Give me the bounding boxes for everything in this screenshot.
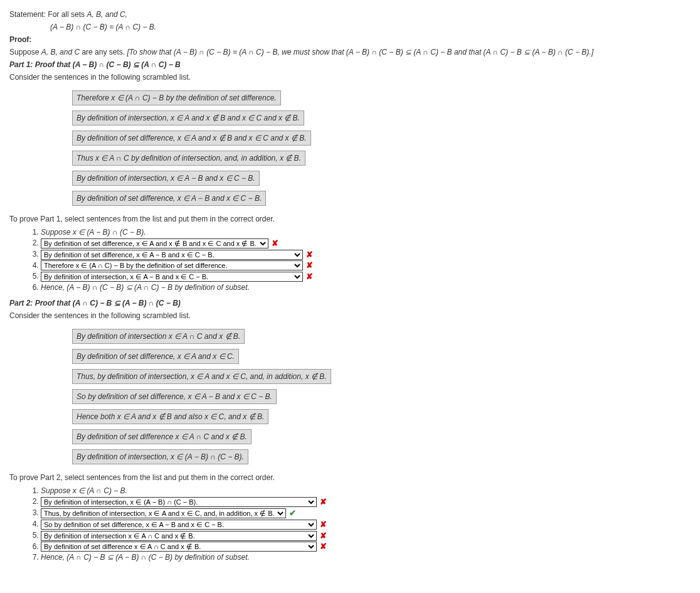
part2-box-3: Thus, by definition of intersection, x ∈… bbox=[72, 369, 331, 384]
part2-heading: Part 2: Proof that (A ∩ C) − B ⊆ (A − B)… bbox=[9, 299, 691, 307]
part2-box-6: By definition of set difference x ∈ A ∩ … bbox=[72, 429, 252, 444]
part1-step-6: Hence, (A − B) ∩ (C − B) ⊆ (A ∩ C) − B b… bbox=[41, 282, 691, 292]
part1-box-3: By definition of set difference, x ∈ A a… bbox=[72, 131, 311, 146]
statement-line: Statement: For all sets A, B, and C, bbox=[9, 10, 691, 19]
part2-select-6[interactable]: By definition of set difference x ∈ A ∩ … bbox=[41, 542, 317, 552]
part1-ordered-list: Suppose x ∈ (A − B) ∩ (C − B). By defini… bbox=[28, 227, 691, 292]
part1-step-2: By definition of set difference, x ∈ A a… bbox=[41, 238, 691, 248]
proof-label: Proof: bbox=[9, 35, 691, 44]
part1-scrambled-list: Therefore x ∈ (A ∩ C) − B by the definit… bbox=[72, 88, 691, 208]
part1-box-4: Thus x ∈ A ∩ C by definition of intersec… bbox=[72, 151, 305, 166]
wrong-icon: ✘ bbox=[320, 520, 327, 530]
part1-box-2: By definition of intersection, x ∈ A and… bbox=[72, 110, 304, 126]
suppose-prefix: Suppose bbox=[9, 48, 41, 56]
wrong-icon: ✘ bbox=[306, 272, 313, 282]
part2-step-5: By definition of intersection x ∈ A ∩ C … bbox=[41, 530, 691, 541]
part1-select-3[interactable]: By definition of set difference, x ∈ A −… bbox=[41, 250, 303, 260]
part1-step-3: By definition of set difference, x ∈ A −… bbox=[41, 249, 691, 260]
part2-box-4: So by definition of set difference, x ∈ … bbox=[72, 389, 277, 404]
part2-scrambled-list: By definition of intersection x ∈ A ∩ C … bbox=[72, 326, 691, 467]
part2-step-3: Thus, by definition of intersection, x ∈… bbox=[41, 508, 691, 518]
suppose-suffix: are any sets. bbox=[80, 48, 127, 56]
part2-step-7: Hence, (A ∩ C) − B ⊆ (A − B) ∩ (C − B) b… bbox=[41, 552, 691, 562]
part2-box-7: By definition of intersection, x ∈ (A − … bbox=[72, 449, 248, 464]
part1-box-1: Therefore x ∈ (A ∩ C) − B by the definit… bbox=[72, 90, 281, 105]
part1-step1-text: Suppose x ∈ (A − B) ∩ (C − B). bbox=[41, 228, 146, 237]
wrong-icon: ✘ bbox=[320, 497, 327, 507]
correct-icon: ✔ bbox=[289, 508, 296, 518]
part1-step-1: Suppose x ∈ (A − B) ∩ (C − B). bbox=[41, 227, 691, 237]
part2-box-5: Hence both x ∈ A and x ∉ B and also x ∈ … bbox=[72, 409, 268, 424]
statement-equation: (A − B) ∩ (C − B) = (A ∩ C) − B. bbox=[50, 23, 691, 31]
wrong-icon: ✘ bbox=[306, 250, 313, 260]
part1-step6-text: Hence, (A − B) ∩ (C − B) ⊆ (A ∩ C) − B b… bbox=[41, 283, 250, 292]
wrong-icon: ✘ bbox=[272, 238, 278, 248]
part1-select-5[interactable]: By definition of intersection, x ∈ A − B… bbox=[41, 272, 303, 282]
part2-step-1: Suppose x ∈ (A ∩ C) − B. bbox=[41, 486, 691, 496]
part1-instructions: To prove Part 1, select sentences from t… bbox=[9, 215, 691, 223]
part2-ordered-list: Suppose x ∈ (A ∩ C) − B. By definition o… bbox=[28, 486, 691, 562]
part2-instructions: To prove Part 2, select sentences from t… bbox=[9, 473, 691, 482]
part2-step-6: By definition of set difference x ∈ A ∩ … bbox=[41, 542, 691, 552]
part2-step-2: By definition of intersection, x ∈ (A − … bbox=[41, 496, 691, 507]
part2-select-3[interactable]: Thus, by definition of intersection, x ∈… bbox=[41, 508, 286, 518]
part2-box-2: By definition of set difference, x ∈ A a… bbox=[72, 349, 239, 364]
wrong-icon: ✘ bbox=[320, 531, 327, 541]
part2-step7-text: Hence, (A ∩ C) − B ⊆ (A − B) ∩ (C − B) b… bbox=[41, 553, 250, 562]
part1-heading: Part 1: Proof that (A − B) ∩ (C − B) ⊆ (… bbox=[9, 60, 691, 69]
suppose-line: Suppose A, B, and C are any sets. [To sh… bbox=[9, 48, 691, 56]
part1-consider: Consider the sentences in the following … bbox=[9, 73, 691, 82]
part2-select-2[interactable]: By definition of intersection, x ∈ (A − … bbox=[41, 497, 317, 507]
part2-select-5[interactable]: By definition of intersection x ∈ A ∩ C … bbox=[41, 531, 317, 541]
part1-box-5: By definition of intersection, x ∈ A − B… bbox=[72, 171, 260, 186]
part1-step-5: By definition of intersection, x ∈ A − B… bbox=[41, 271, 691, 282]
to-show: [To show that (A − B) ∩ (C − B) = (A ∩ C… bbox=[127, 48, 593, 56]
statement-prefix: Statement: For all sets bbox=[9, 10, 87, 19]
part1-select-4[interactable]: Therefore x ∈ (A ∩ C) − B by the definit… bbox=[41, 260, 303, 270]
part2-select-4[interactable]: So by definition of set difference, x ∈ … bbox=[41, 520, 317, 530]
wrong-icon: ✘ bbox=[320, 542, 327, 552]
suppose-vars: A, B, and C bbox=[41, 48, 80, 56]
statement-vars: A, B, and C, bbox=[87, 10, 127, 19]
part1-select-2[interactable]: By definition of set difference, x ∈ A a… bbox=[41, 238, 268, 248]
wrong-icon: ✘ bbox=[306, 260, 313, 270]
part1-box-6: By definition of set difference, x ∈ A −… bbox=[72, 191, 266, 206]
part2-step-4: So by definition of set difference, x ∈ … bbox=[41, 519, 691, 530]
part2-consider: Consider the sentences in the following … bbox=[9, 311, 691, 320]
part2-step1-text: Suppose x ∈ (A ∩ C) − B. bbox=[41, 486, 127, 495]
part1-step-4: Therefore x ∈ (A ∩ C) − B by the definit… bbox=[41, 260, 691, 271]
part2-box-1: By definition of intersection x ∈ A ∩ C … bbox=[72, 329, 245, 344]
